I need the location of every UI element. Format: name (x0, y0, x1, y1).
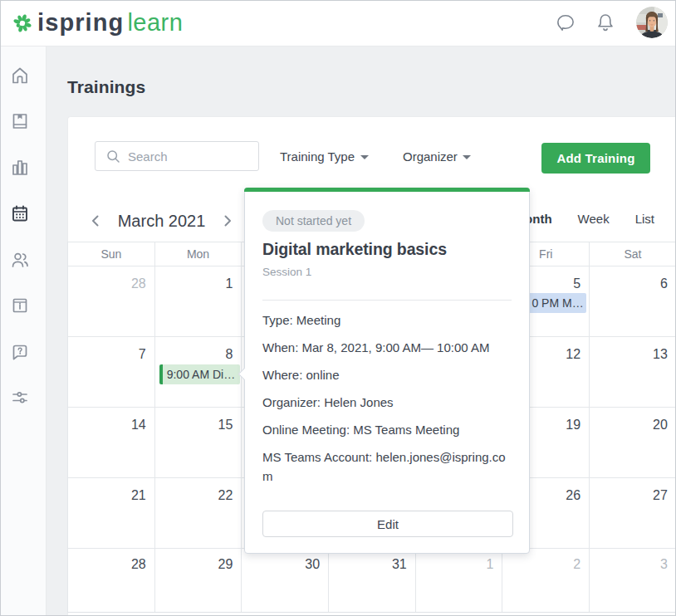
bell-icon[interactable] (595, 12, 616, 33)
calendar-event-green[interactable]: 9:00 AM Di… (159, 364, 241, 384)
weekday-label-mon: Mon (155, 242, 242, 266)
calendar-day-cell[interactable]: 15 (155, 408, 242, 477)
info-card-icon (10, 296, 30, 315)
day-number: 7 (139, 347, 146, 362)
calendar-day-cell[interactable]: 14 (68, 408, 155, 477)
sliders-icon (10, 388, 30, 408)
logo-word-learn: learn (127, 9, 183, 36)
users-icon (10, 250, 30, 270)
sidebar-item-content[interactable] (0, 283, 47, 330)
calendar-day-cell[interactable]: 89:00 AM Di… (155, 337, 242, 407)
calendar-day-cell[interactable]: 27 (590, 478, 676, 548)
event-title: Digital marketing basics (262, 240, 512, 259)
logo-text: ispringlearn (37, 0, 183, 46)
day-number: 20 (653, 418, 668, 433)
day-number: 8 (225, 347, 233, 362)
sidebar-item-home[interactable] (0, 52, 47, 99)
calendar-day-cell[interactable]: 6 (590, 266, 676, 336)
sidebar-item-reports[interactable] (0, 144, 47, 191)
sidebar-item-settings[interactable] (0, 375, 47, 422)
chat-icon[interactable] (555, 12, 576, 33)
day-number: 27 (653, 488, 668, 503)
day-number: 21 (131, 488, 146, 503)
day-number: 1 (487, 557, 494, 572)
book-icon (10, 111, 30, 131)
chevron-right-icon (222, 214, 233, 227)
calendar-day-cell[interactable]: 20 (590, 408, 676, 477)
logo[interactable]: ispringlearn (12, 0, 183, 46)
sidebar (0, 46, 47, 616)
caret-down-icon (360, 155, 369, 159)
day-number: 2 (573, 557, 580, 572)
search-icon (106, 149, 120, 164)
calendar-week-row: 28293031123 (67, 549, 676, 613)
calendar-day-cell[interactable]: 13 (590, 337, 676, 407)
question-bubble-icon (10, 342, 30, 362)
chevron-left-icon (90, 214, 101, 227)
calendar-day-cell[interactable]: 21 (68, 478, 155, 548)
day-number: 3 (660, 557, 668, 572)
popup-body: Not started yet Digital marketing basics… (262, 188, 512, 486)
training-type-filter[interactable]: Training Type (280, 141, 369, 171)
event-detail-ms-teams-account: MS Teams Account: helen.jones@ispring.co… (262, 448, 512, 486)
sidebar-item-help[interactable] (0, 329, 47, 375)
day-number: 26 (566, 488, 580, 503)
event-detail-type: Type: Meeting (262, 311, 512, 330)
search-box (95, 141, 259, 171)
page-title: Trainings (67, 77, 145, 97)
sidebar-item-trainings-calendar[interactable] (0, 191, 47, 237)
calendar-day-cell[interactable]: 3 (590, 549, 676, 612)
app-header: ispringlearn (0, 0, 676, 46)
event-popup: Not started yet Digital marketing basics… (244, 188, 530, 554)
calendar-day-cell[interactable]: 28 (68, 549, 155, 612)
day-number: 22 (218, 488, 233, 503)
weekday-label-sat: Sat (590, 242, 676, 266)
calendar-view-week[interactable]: Week (578, 212, 610, 226)
popup-divider (262, 300, 512, 301)
day-number: 14 (131, 418, 146, 433)
organizer-filter[interactable]: Organizer (403, 141, 471, 171)
day-number: 19 (566, 418, 580, 433)
calendar-icon (10, 203, 30, 223)
day-number: 5 (573, 276, 580, 291)
calendar-day-cell[interactable]: 31 (329, 549, 416, 612)
calendar-day-cell[interactable]: 22 (155, 478, 242, 548)
status-badge: Not started yet (262, 210, 365, 232)
add-training-button[interactable]: Add Training (541, 143, 650, 174)
day-number: 28 (131, 276, 146, 291)
event-detail-where: Where: online (262, 366, 512, 385)
day-number: 15 (218, 418, 233, 433)
organizer-filter-label: Organizer (403, 149, 458, 164)
day-number: 30 (305, 557, 320, 572)
avatar[interactable] (636, 7, 668, 38)
event-detail-online-meeting: Online Meeting: MS Teams Meeting (262, 421, 512, 440)
calendar-day-cell[interactable]: 29 (155, 549, 242, 612)
day-number: 31 (392, 557, 407, 572)
calendar-day-cell[interactable]: 7 (68, 337, 155, 407)
caret-down-icon (463, 155, 471, 159)
training-type-filter-label: Training Type (280, 149, 355, 164)
home-icon (10, 66, 30, 86)
bar-chart-icon (10, 158, 30, 178)
calendar-day-cell[interactable]: 1 (416, 549, 503, 612)
edit-button[interactable]: Edit (262, 511, 513, 537)
calendar-day-cell[interactable]: 2 (502, 549, 590, 612)
sidebar-item-users[interactable] (0, 237, 47, 283)
weekday-label-sun: Sun (68, 242, 155, 266)
calendar-day-cell[interactable]: 30 (242, 549, 329, 612)
day-number: 12 (566, 347, 580, 362)
calendar-day-cell[interactable]: 28 (68, 266, 155, 336)
day-number: 1 (225, 276, 233, 291)
calendar-day-cell[interactable]: 1 (155, 266, 242, 336)
search-input[interactable] (128, 149, 252, 164)
day-number: 29 (218, 557, 233, 572)
next-month-button[interactable] (217, 210, 238, 232)
event-detail-organizer: Organizer: Helen Jones (262, 394, 512, 413)
calendar-month-label: March 2021 (106, 212, 217, 231)
sidebar-item-courses[interactable] (0, 99, 47, 145)
day-number: 6 (660, 276, 668, 291)
calendar-view-list[interactable]: List (635, 212, 654, 226)
prev-month-button[interactable] (85, 210, 106, 232)
day-number: 28 (131, 557, 146, 572)
logo-word-ispring: ispring (37, 9, 124, 36)
